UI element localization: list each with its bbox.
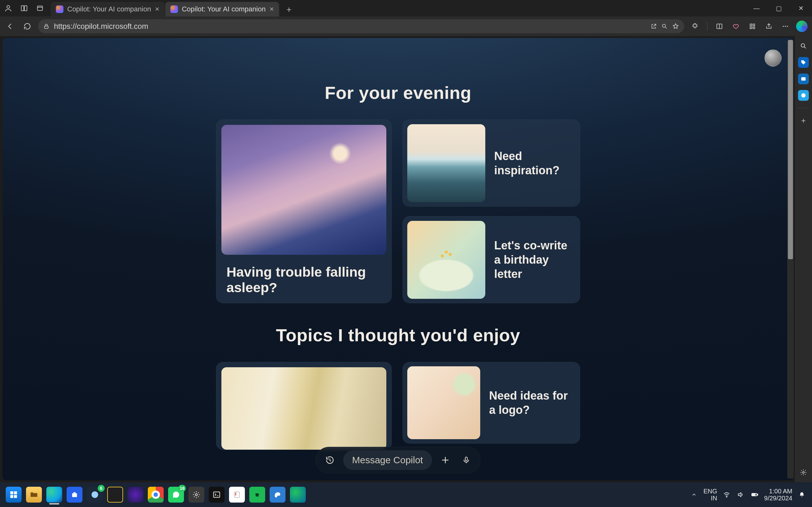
microsoft-store-icon[interactable] bbox=[67, 487, 83, 503]
share-icon[interactable] bbox=[763, 20, 775, 33]
zoom-icon[interactable] bbox=[661, 23, 668, 30]
suggestion-card-large[interactable] bbox=[216, 362, 392, 450]
badge: 6 bbox=[98, 485, 105, 492]
window-titlebar: Copilot: Your AI companion ✕ Copilot: Yo… bbox=[0, 0, 812, 16]
svg-rect-22 bbox=[14, 495, 17, 498]
svg-rect-16 bbox=[801, 77, 806, 81]
suggestion-card-large[interactable]: Having trouble falling asleep? bbox=[216, 119, 392, 303]
svg-rect-2 bbox=[24, 6, 27, 11]
svg-rect-19 bbox=[10, 492, 13, 494]
card-title: Need ideas for a logo? bbox=[489, 389, 575, 417]
tab-favicon bbox=[170, 5, 178, 13]
svg-rect-10 bbox=[753, 27, 755, 29]
media-player-icon[interactable] bbox=[128, 487, 143, 503]
new-tab-button[interactable]: ＋ bbox=[282, 2, 296, 16]
workspaces-icon[interactable] bbox=[19, 3, 29, 13]
refresh-button[interactable] bbox=[21, 20, 34, 33]
browser-toolbar: https://copilot.microsoft.com bbox=[0, 16, 812, 36]
section-heading: For your evening bbox=[325, 82, 471, 103]
more-menu-icon[interactable] bbox=[779, 20, 792, 33]
file-explorer-icon[interactable] bbox=[26, 487, 42, 503]
svg-point-15 bbox=[801, 44, 805, 47]
outlook-icon[interactable] bbox=[798, 73, 809, 84]
window-minimize-button[interactable]: — bbox=[745, 0, 768, 16]
split-screen-icon[interactable] bbox=[713, 20, 726, 33]
section-heading: Topics I thought you'd enjoy bbox=[276, 325, 520, 345]
svg-rect-27 bbox=[235, 493, 236, 494]
steam-icon[interactable]: 6 bbox=[87, 487, 103, 503]
terminal-icon[interactable] bbox=[209, 487, 224, 503]
lock-icon bbox=[43, 23, 49, 30]
collections-icon[interactable] bbox=[746, 20, 759, 33]
scrollbar-thumb[interactable] bbox=[788, 40, 793, 259]
tab-strip: Copilot: Your AI companion ✕ Copilot: Yo… bbox=[51, 0, 296, 16]
add-icon[interactable] bbox=[438, 452, 453, 468]
page-content: For your evening Having trouble falling … bbox=[3, 38, 794, 481]
tray-chevron-icon[interactable] bbox=[690, 490, 699, 499]
battery-icon[interactable] bbox=[750, 490, 759, 499]
add-sidebar-icon[interactable]: ＋ bbox=[798, 115, 809, 126]
svg-point-18 bbox=[803, 471, 804, 473]
card-title: Let's co-write a birthday letter bbox=[494, 238, 575, 281]
skype-icon[interactable] bbox=[798, 90, 809, 101]
svg-point-23 bbox=[92, 492, 98, 498]
language-indicator[interactable]: ENG IN bbox=[704, 488, 717, 502]
start-button[interactable] bbox=[6, 487, 21, 503]
browser-globe-icon[interactable] bbox=[290, 487, 306, 503]
history-icon[interactable] bbox=[322, 452, 338, 468]
svg-point-11 bbox=[783, 26, 784, 27]
edge-browser-icon[interactable] bbox=[46, 487, 62, 503]
spotify-icon[interactable] bbox=[249, 487, 265, 503]
svg-rect-8 bbox=[753, 24, 755, 26]
settings-icon[interactable] bbox=[189, 487, 204, 503]
chrome-icon[interactable] bbox=[148, 487, 164, 503]
microphone-icon[interactable] bbox=[459, 452, 474, 468]
wifi-icon[interactable] bbox=[722, 490, 731, 499]
minimize-icon: — bbox=[753, 5, 760, 12]
back-button[interactable] bbox=[4, 20, 16, 33]
svg-rect-4 bbox=[44, 26, 48, 29]
language-bottom: IN bbox=[704, 495, 717, 502]
volume-icon[interactable] bbox=[736, 490, 745, 499]
tab-1[interactable]: Copilot: Your AI companion ✕ bbox=[51, 2, 165, 16]
close-icon[interactable]: ✕ bbox=[155, 6, 159, 13]
divider bbox=[707, 22, 707, 31]
svg-rect-32 bbox=[757, 494, 758, 495]
tab-2[interactable]: Copilot: Your AI companion ✕ bbox=[165, 2, 279, 16]
window-maximize-button[interactable]: ▢ bbox=[768, 0, 790, 16]
badge: 16 bbox=[178, 485, 186, 492]
svg-point-12 bbox=[785, 26, 786, 27]
scrollbar[interactable] bbox=[787, 40, 794, 478]
svg-rect-9 bbox=[750, 27, 752, 29]
svg-point-30 bbox=[726, 497, 727, 497]
close-icon[interactable]: ✕ bbox=[269, 6, 274, 13]
character-map-icon[interactable] bbox=[229, 487, 245, 503]
suggestion-card-small[interactable]: Let's co-write a birthday letter bbox=[403, 216, 580, 303]
chat-input[interactable]: Message Copilot bbox=[343, 450, 432, 470]
profile-icon[interactable] bbox=[3, 3, 13, 13]
suggestion-card-small[interactable]: Need inspiration? bbox=[403, 119, 580, 207]
system-tray: ENG IN 1:00 AM 9/29/2024 bbox=[690, 488, 806, 502]
notifications-icon[interactable] bbox=[798, 490, 806, 499]
paint-icon[interactable] bbox=[270, 487, 286, 503]
window-close-button[interactable]: ✕ bbox=[790, 0, 812, 16]
whatsapp-icon[interactable]: 16 bbox=[168, 487, 184, 503]
address-bar[interactable]: https://copilot.microsoft.com bbox=[38, 19, 684, 33]
card-title: Having trouble falling asleep? bbox=[221, 255, 386, 295]
chat-input-bar: Message Copilot bbox=[316, 447, 480, 473]
pycharm-icon[interactable] bbox=[107, 487, 123, 503]
settings-gear-icon[interactable] bbox=[798, 467, 809, 478]
divider bbox=[798, 108, 809, 108]
open-external-icon[interactable] bbox=[651, 23, 657, 30]
tabs-overview-icon[interactable] bbox=[35, 3, 45, 13]
shopping-tag-icon[interactable] bbox=[798, 57, 809, 68]
time: 1:00 AM bbox=[764, 488, 792, 495]
clock[interactable]: 1:00 AM 9/29/2024 bbox=[764, 488, 792, 502]
user-avatar[interactable] bbox=[764, 49, 781, 66]
favorites-heart-icon[interactable] bbox=[729, 20, 742, 33]
suggestion-card-small[interactable]: Need ideas for a logo? bbox=[403, 362, 580, 444]
copilot-orb-icon[interactable] bbox=[796, 20, 808, 33]
extensions-icon[interactable] bbox=[689, 20, 701, 33]
favorite-star-icon[interactable] bbox=[672, 23, 679, 30]
search-icon[interactable] bbox=[798, 41, 809, 51]
